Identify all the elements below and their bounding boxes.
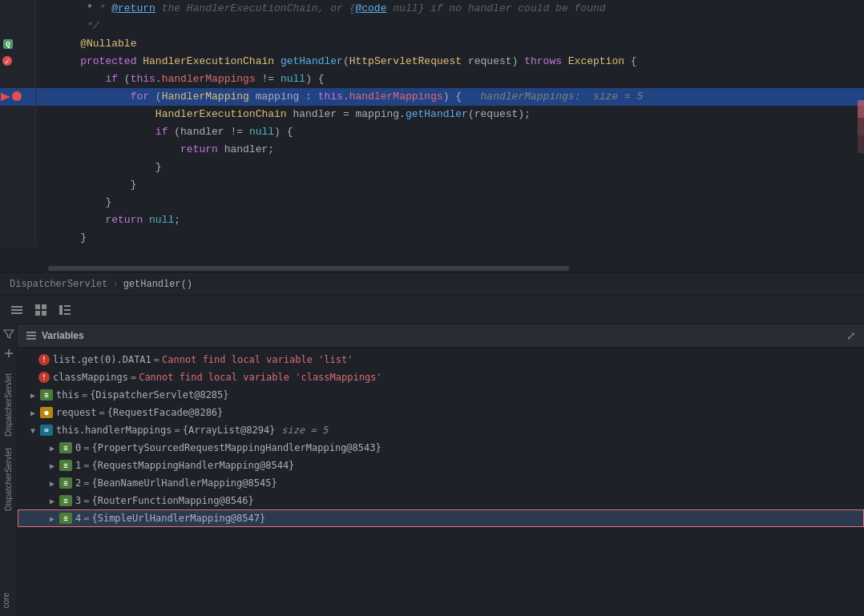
expand-icon[interactable]: ⤢ [846,330,856,343]
gutter-markers-6 [36,88,52,106]
code-scrollbar[interactable] [0,264,864,272]
code-line-7: HandlerExecutionChain handler = mapping.… [0,106,864,123]
left-tab-dispatcherservlet-2[interactable]: DispatcherServlet [2,443,15,516]
var-icon-this: ≡ [40,389,53,401]
gutter-9 [0,141,36,159]
expand-btn-1[interactable]: ▶ [46,460,58,471]
expand-btn-2[interactable]: ▶ [46,477,58,489]
expand-btn-4[interactable]: ▶ [46,513,58,524]
gutter-markers-1 [36,0,52,18]
var-row-request[interactable]: ▶ ● request = {RequestFacade@8286} [18,404,864,421]
variables-content[interactable]: ! list.get(0).DATA1 = Cannot find local … [18,348,864,616]
code-line-6: for (HandlerMapping mapping : this.handl… [0,88,864,106]
code-content-13: return null; [52,211,864,229]
svg-rect-13 [59,305,63,315]
svg-rect-7 [11,309,22,311]
code-content-10: } [52,159,864,176]
code-scroll[interactable]: * * @return the HandlerExecutionChain, o… [0,0,864,247]
breadcrumb-class[interactable]: DispatcherServlet [10,279,107,290]
var-row-item-0[interactable]: ▶ ≡ 0 = {PropertySourcedRequestMappingHa… [18,439,864,457]
code-content-8: if (handler != null) { [52,123,864,141]
code-line-11: } [0,176,864,194]
var-val-request: {RequestFacade@8286} [107,407,224,418]
gutter-markers-10 [36,159,52,176]
svg-rect-6 [11,306,22,308]
var-icon-1: ≡ [59,460,72,471]
code-line-3: Q @Nullable [0,35,864,53]
svg-text:Q: Q [6,41,10,49]
variables-expand-btn[interactable]: ⤢ [846,329,856,343]
svg-marker-4 [1,93,10,101]
code-content-7: HandlerExecutionChain handler = mapping.… [52,106,864,123]
code-line-12: } [0,194,864,211]
var-eq-request: = [99,407,105,418]
gutter-markers-13 [36,211,52,229]
code-line-4: ✓ protected HandlerExecutionChain getHan… [0,53,864,70]
var-name-item-2: 2 [75,477,81,489]
gutter-13 [0,211,36,229]
var-val-item-3: {RouterFunctionMapping@8546} [91,495,253,506]
scrollbar-track[interactable] [48,266,569,271]
svg-point-5 [12,91,22,101]
var-name-2: classMappings [53,372,128,383]
var-row-error-1[interactable]: ! list.get(0).DATA1 = Cannot find local … [18,351,864,368]
var-icon-request: ● [40,407,53,418]
var-row-handlermappings[interactable]: ▼ ∞ this.handlerMappings = {ArrayList@82… [18,421,864,439]
var-val-item-2: {BeanNameUrlHandlerMapping@8545} [91,477,277,489]
breadcrumb-separator: › [112,279,118,290]
bookmark-icon: Q [2,38,14,50]
expand-btn-this[interactable]: ▶ [27,389,38,401]
toolbar-grid-btn[interactable] [30,300,51,320]
expand-btn-request[interactable]: ▶ [27,407,38,418]
var-eq-2: = [131,372,136,383]
breadcrumb-method[interactable]: getHandler() [123,279,192,290]
var-hint-handlermappings: size = 5 [281,425,328,436]
var-row-item-4[interactable]: ▶ ≡ 4 = {SimpleUrlHandlerMapping@8547} [18,509,864,527]
gutter-4: ✓ [0,53,36,70]
var-name-1: list.get(0).DATA1 [53,354,151,365]
breakpoint-icon: ✓ [2,55,14,68]
var-eq-item-1: = [83,460,89,471]
code-content-14: } [52,229,864,247]
svg-rect-11 [35,311,40,316]
left-tab-dispatcherservlet-1[interactable]: DispatcherServlet [2,368,15,441]
variables-panel-header: Variables ⤢ [18,324,864,348]
toolbar-detail-btn[interactable] [55,300,75,320]
gutter-6 [0,88,36,106]
var-row-this[interactable]: ▶ ≡ this = {DispatcherServlet@8285} [18,386,864,404]
var-name-request: request [56,407,97,418]
var-name-handlermappings: this.handlerMappings [56,425,172,436]
var-val-1: Cannot find local variable 'list' [162,354,353,365]
var-icon-4: ≡ [59,513,72,524]
gutter-11 [0,176,36,194]
var-icon-2: ≡ [59,477,72,489]
filter-icon[interactable] [2,327,16,341]
gutter-markers-3 [36,35,52,53]
var-row-item-1[interactable]: ▶ ≡ 1 = {RequestMappingHandlerMapping@85… [18,457,864,474]
expand-btn-3[interactable]: ▶ [46,495,58,506]
svg-rect-9 [35,304,40,309]
expand-btn-0[interactable]: ▶ [46,442,58,453]
var-row-error-2[interactable]: ! classMappings = Cannot find local vari… [18,368,864,386]
var-val-2: Cannot find local variable 'classMapping… [139,372,382,383]
error-icon-2: ! [38,372,50,383]
variables-list-icon [26,330,37,341]
code-content-4: protected HandlerExecutionChain getHandl… [52,53,864,70]
var-row-item-3[interactable]: ▶ ≡ 3 = {RouterFunctionMapping@8546} [18,492,864,509]
gutter-markers-4 [36,53,52,70]
expand-btn-handlermappings[interactable]: ▼ [27,425,38,436]
gutter-14 [0,229,36,247]
toolbar-list-btn[interactable] [6,300,27,320]
svg-rect-21 [26,338,36,340]
gutter-8 [0,123,36,141]
var-row-item-2[interactable]: ▶ ≡ 2 = {BeanNameUrlHandlerMapping@8545} [18,474,864,492]
gutter-10 [0,159,36,176]
gutter-markers-12 [36,194,52,211]
var-val-0: {PropertySourcedRequestMappingHandlerMap… [91,442,381,453]
var-icon-3: ≡ [59,495,72,506]
code-content-11: } [52,176,864,194]
gutter-markers-14 [36,229,52,247]
code-content-9: return handler; [52,141,864,159]
add-icon[interactable] [2,346,16,360]
gutter-markers-5 [36,70,52,88]
